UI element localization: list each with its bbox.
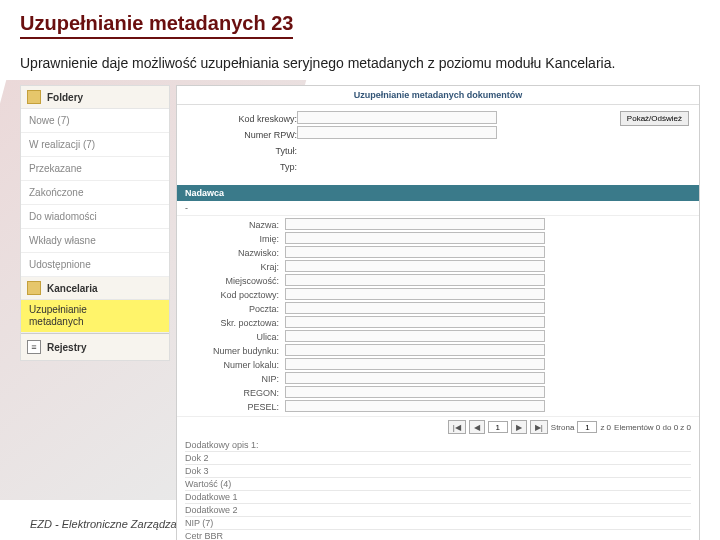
text-input[interactable] xyxy=(285,302,545,314)
text-input[interactable] xyxy=(285,260,545,272)
field-label: Kraj: xyxy=(185,260,285,274)
text-input[interactable] xyxy=(285,330,545,342)
extra-item: Cetr BBR xyxy=(185,530,691,540)
pager-page-input[interactable] xyxy=(488,421,508,433)
sidebar-item[interactable]: Zakończone xyxy=(21,181,169,205)
sidebar-group-label: Kancelaria xyxy=(47,283,98,294)
pager-page-input2[interactable] xyxy=(577,421,597,433)
field-label: Ulica: xyxy=(185,330,285,344)
extra-item: Dok 2 xyxy=(185,452,691,465)
screenshot-area: Foldery Nowe (7) W realizacji (7) Przeka… xyxy=(20,85,700,540)
field-label: Poczta: xyxy=(185,302,285,316)
field-label: Kod pocztowy: xyxy=(185,288,285,302)
sidebar-item[interactable]: Przekazane xyxy=(21,157,169,181)
sidebar-group-kancelaria[interactable]: Kancelaria xyxy=(21,277,169,300)
text-input[interactable] xyxy=(285,386,545,398)
extra-fields: Dodatkowy opis 1: Dok 2 Dok 3 Wartość (4… xyxy=(177,437,699,540)
text-input[interactable] xyxy=(285,274,545,286)
pager-last-button[interactable]: ▶| xyxy=(530,420,548,434)
text-input[interactable] xyxy=(285,232,545,244)
extra-item: Dok 3 xyxy=(185,465,691,478)
pager-strona-label: Strona xyxy=(551,423,575,432)
page-title: Uzupełnianie metadanych 23 xyxy=(20,12,293,39)
text-input[interactable] xyxy=(285,400,545,412)
text-input[interactable] xyxy=(285,316,545,328)
sidebar-item[interactable]: W realizacji (7) xyxy=(21,133,169,157)
sidebar-panel: Foldery Nowe (7) W realizacji (7) Przeka… xyxy=(20,85,170,361)
folder-icon xyxy=(27,90,41,104)
pager: |◀ ◀ ▶ ▶| Strona z 0 Elementów 0 do 0 z … xyxy=(177,416,699,437)
extra-item: Wartość (4) xyxy=(185,478,691,491)
sidebar-item[interactable]: Wkłady własne xyxy=(21,229,169,253)
field-label: Nazwa: xyxy=(185,218,285,232)
sidebar-item[interactable]: Do wiadomości xyxy=(21,205,169,229)
field-label: Numer budynku: xyxy=(185,344,285,358)
extra-item: NIP (7) xyxy=(185,517,691,530)
highlight-line: metadanych xyxy=(29,316,83,327)
text-input[interactable] xyxy=(285,246,545,258)
highlight-line: Uzupełnianie xyxy=(29,304,87,315)
field-label: PESEL: xyxy=(185,400,285,414)
field-label: Nazwisko: xyxy=(185,246,285,260)
pager-prev-button[interactable]: ◀ xyxy=(469,420,485,434)
barcode-input[interactable] xyxy=(297,111,497,124)
sidebar-item[interactable]: Udostępnione xyxy=(21,253,169,277)
form-rows: Nazwa: Imię: Nazwisko: Kraj: Miejscowość… xyxy=(177,216,699,416)
field-label: Tytuł: xyxy=(187,143,297,159)
field-label: REGON: xyxy=(185,386,285,400)
field-label: NIP: xyxy=(185,372,285,386)
sidebar-item[interactable]: Nowe (7) xyxy=(21,109,169,133)
pager-elements-label: Elementów 0 do 0 z 0 xyxy=(614,423,691,432)
extra-item: Dodatkowe 1 xyxy=(185,491,691,504)
sidebar-group-foldery[interactable]: Foldery xyxy=(21,86,169,109)
text-input[interactable] xyxy=(285,344,545,356)
field-label: Imię: xyxy=(185,232,285,246)
sidebar-group-label: Foldery xyxy=(47,92,83,103)
pager-next-button[interactable]: ▶ xyxy=(511,420,527,434)
pager-total-label: z 0 xyxy=(600,423,611,432)
folder-icon xyxy=(27,281,41,295)
field-label: Skr. pocztowa: xyxy=(185,316,285,330)
field-label: Typ: xyxy=(187,159,297,175)
form-panel: Uzupełnianie metadanych dokumentów Pokaż… xyxy=(176,85,700,540)
registry-icon: ≡ xyxy=(27,340,41,354)
field-label: Numer RPW: xyxy=(187,127,297,143)
extra-item: Dodatkowe 2 xyxy=(185,504,691,517)
rpw-input[interactable] xyxy=(297,126,497,139)
text-input[interactable] xyxy=(285,218,545,230)
field-label: Miejscowość: xyxy=(185,274,285,288)
extra-label: Dodatkowy opis 1: xyxy=(185,439,691,452)
text-input[interactable] xyxy=(285,358,545,370)
form-top-fields: Kod kreskowy: Numer RPW: Tytuł: Typ: xyxy=(177,105,620,181)
sidebar-group-rejestry[interactable]: ≡ Rejestry xyxy=(21,333,169,360)
section-nadawca: Nadawca xyxy=(177,185,699,201)
section-dash: - xyxy=(177,201,699,216)
toggle-button[interactable]: Pokaż/Odśwież xyxy=(620,111,689,126)
pager-first-button[interactable]: |◀ xyxy=(448,420,466,434)
sidebar-group-label: Rejestry xyxy=(47,342,86,353)
sidebar-item-highlighted[interactable]: Uzupełnianie metadanych xyxy=(21,300,169,333)
text-input[interactable] xyxy=(285,288,545,300)
form-header: Uzupełnianie metadanych dokumentów xyxy=(177,86,699,105)
body-paragraph: Uprawnienie daje możliwość uzupełniania … xyxy=(20,49,700,77)
field-label: Kod kreskowy: xyxy=(187,111,297,127)
text-input[interactable] xyxy=(285,372,545,384)
field-label: Numer lokalu: xyxy=(185,358,285,372)
